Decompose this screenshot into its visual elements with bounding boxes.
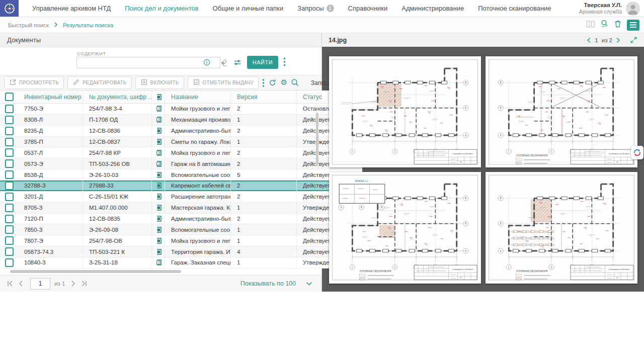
table-row-1[interactable]: 7750-Э254/7-98 З-4пМойки грузового и лег…	[0, 104, 362, 115]
fullscreen-expand-icon[interactable]	[630, 36, 637, 44]
nav-item-3[interactable]: Общие и личные папки	[213, 5, 283, 12]
table-row-7[interactable]: 8538-ДЭ-26-10-03Вспомогательные соор...5…	[0, 169, 362, 180]
row-checkbox[interactable]	[0, 147, 18, 158]
page-number-input[interactable]: 1	[30, 278, 50, 290]
horizontal-scrollbar-thumb[interactable]	[10, 270, 181, 273]
sync-compare-button[interactable]	[631, 146, 643, 159]
row-checkbox[interactable]	[0, 126, 18, 136]
nav-item-5[interactable]: Справочники	[348, 5, 388, 12]
table-row-15[interactable]: 10840-ЗЗ-25-31-18кГараж. Заказная специ.…	[0, 257, 362, 268]
table-row-5[interactable]: 0537-Л254/7-98 КРдМойка грузового и легк…	[0, 147, 362, 158]
user-avatar[interactable]	[626, 2, 640, 16]
table-row-4[interactable]: 3785-П12-СВ-0837Сметы по гаражу. Лока...…	[0, 137, 362, 148]
table-row-2[interactable]: 8308-ЛП-1708 ОДдМеханизация производ...1…	[0, 115, 362, 126]
next-page-icon[interactable]	[69, 280, 77, 288]
column-name[interactable]: Название	[165, 90, 231, 103]
table-row-11[interactable]: 7120-П12-СВ-0835Административно-быт...2Д…	[0, 214, 362, 225]
column-type-icon[interactable]	[152, 90, 165, 103]
table-row-3[interactable]: 8235-Д12-СВ-0836Административно-быт...2Д…	[0, 126, 362, 137]
user-role: Архивная служба	[579, 9, 622, 15]
preview-filename: 14.jpg	[329, 37, 347, 44]
search-more-icon[interactable]	[283, 57, 286, 68]
eraser-icon[interactable]	[220, 58, 228, 69]
nav-item-4[interactable]: Запросы1	[297, 5, 334, 12]
breadcrumb-first[interactable]: Быстрый поиск	[8, 22, 49, 28]
split-view-icon[interactable]	[586, 20, 595, 30]
table-row-10[interactable]: 8705-ЗМ1.407.00.000Мастерская гаража. Кр…	[0, 203, 362, 214]
table-search-icon[interactable]	[291, 78, 299, 87]
cell-inventory-number: 8308-Л	[18, 115, 83, 125]
column-version[interactable]: Версия	[231, 90, 297, 103]
find-button[interactable]: НАЙТИ	[247, 56, 278, 69]
row-checkbox[interactable]	[0, 235, 18, 246]
cell-inventory-number: 0573-Э	[18, 158, 83, 169]
cell-name: Сметы по гаражу. Лока...	[165, 137, 231, 147]
cell-name: Капремонт кабелей свя...	[165, 180, 231, 191]
search-input[interactable]	[76, 57, 220, 68]
pagination-bar: 1 из 1 Показывать по 100	[0, 275, 321, 292]
preview-next-icon[interactable]	[616, 37, 620, 43]
row-checkbox[interactable]	[0, 137, 18, 147]
row-checkbox[interactable]	[0, 224, 18, 235]
table-row-8[interactable]: 32788-З27988-33Капремонт кабелей свя...2…	[0, 180, 362, 192]
cell-version: 5	[231, 169, 297, 180]
user-block[interactable]: Тверская У.Л. Архивная служба	[579, 0, 640, 17]
toolbar-button-3[interactable]: ВКЛЮЧИТЬ	[135, 76, 184, 89]
trash-icon[interactable]	[614, 20, 622, 30]
app-logo-icon[interactable]	[0, 0, 19, 17]
select-all-checkbox[interactable]	[0, 90, 18, 103]
filter-settings-icon[interactable]	[233, 59, 242, 68]
nav-item-label: Справочники	[348, 5, 388, 12]
toolbar-button-2[interactable]: РЕДАКТИРОВАТЬ	[67, 76, 132, 89]
row-checkbox[interactable]	[0, 169, 18, 180]
drawing-page-1[interactable]: ВБА12345Столовая на 50 местР	[329, 56, 481, 167]
info-icon[interactable]	[203, 59, 210, 68]
cell-name: Механизация производ...	[165, 115, 231, 125]
svg-text:В: В	[500, 81, 502, 84]
row-checkbox[interactable]	[0, 115, 18, 125]
table-row-14[interactable]: 05873-74.3ТП-503-221 КТерритория гаража.…	[0, 246, 362, 257]
table-body: 7750-Э254/7-98 З-4пМойки грузового и лег…	[0, 104, 362, 268]
toolbar-button-4[interactable]: ОТМЕТИТЬ ВЫДАЧУ	[188, 76, 259, 89]
row-checkbox[interactable]	[0, 180, 18, 191]
table-row-12[interactable]: 7850-ЗЭ-26-09-08Вспомогательные соор...1…	[0, 224, 362, 235]
toolbar-more-icon[interactable]	[262, 79, 265, 87]
table-row-9[interactable]: 3201-ДС-26-15/01 КЖРасширение автотранс.…	[0, 192, 362, 203]
page-size-selector[interactable]: Показывать по 100	[240, 280, 315, 287]
vertical-scrollbar[interactable]	[316, 113, 318, 166]
toolbar-button-1[interactable]: ПРОСМОТРЕТЬ	[4, 76, 64, 89]
requests-count-badge: 1	[327, 5, 334, 12]
preview-prev-icon[interactable]	[587, 37, 591, 43]
row-checkbox[interactable]	[0, 257, 18, 268]
row-checkbox[interactable]	[0, 192, 18, 202]
search-list-icon[interactable]	[600, 20, 609, 30]
drawing-page-3[interactable]: ВБА12345РАЗРЕЗ 1-1АБВУСЛОВНЫЕ ОБОЗНАЧЕНИ…	[329, 172, 481, 283]
drawing-page-4[interactable]: ВБА12345УСЛОВНЫЕ ОБОЗНАЧЕНИЯ:Столовая на…	[486, 172, 637, 283]
menu-button[interactable]	[627, 20, 639, 31]
row-checkbox[interactable]	[0, 104, 18, 114]
gear-icon[interactable]: ⚙	[280, 79, 287, 86]
row-checkbox[interactable]	[0, 158, 18, 169]
document-type-icon: п	[152, 104, 165, 114]
column-inventory-number[interactable]: Инвентарный номер	[18, 90, 83, 103]
column-document-number[interactable]: № документа, шифр ...	[83, 90, 152, 103]
row-checkbox[interactable]	[0, 214, 18, 224]
drawing-page-2[interactable]: ВБА12345УСЛОВНЫЕ ОБОЗНАЧЕНИЯ:Столовая на…	[486, 56, 637, 167]
svg-text:Б: Б	[465, 223, 466, 225]
nav-item-1[interactable]: Управление архивом НТД	[32, 5, 111, 12]
nav-item-7[interactable]: Поточное сканирование	[478, 5, 551, 12]
app-window: Управление архивом НТДПоиск дел и докуме…	[0, 0, 644, 362]
main-content: Документы СОДЕРЖИТ	[0, 33, 644, 292]
last-page-icon[interactable]	[80, 280, 88, 288]
refresh-icon[interactable]	[268, 78, 277, 87]
row-checkbox[interactable]	[0, 246, 18, 257]
nav-item-6[interactable]: Администрирование	[401, 5, 464, 12]
table-row-6[interactable]: 0573-ЭТП-503-256 ОВдГараж на 8 автомашин…	[0, 158, 362, 169]
table-row-13[interactable]: 7807-Э254/7-98-ОВМойка грузового и легк.…	[0, 235, 362, 246]
row-checkbox[interactable]	[0, 203, 18, 213]
cell-inventory-number: 7850-З	[18, 224, 83, 235]
first-page-icon[interactable]	[6, 280, 14, 288]
nav-item-2[interactable]: Поиск дел и документов	[125, 5, 198, 12]
prev-page-icon[interactable]	[17, 280, 25, 288]
cell-document-number: С-26-15/01 КЖ	[83, 192, 152, 202]
